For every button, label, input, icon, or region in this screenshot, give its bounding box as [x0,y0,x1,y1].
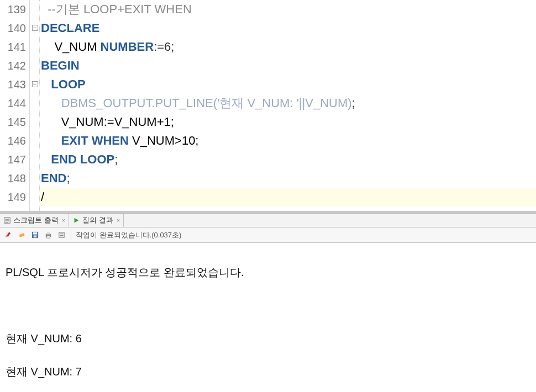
fold-marker[interactable]: − [30,19,40,38]
line-number: 142 [0,56,26,75]
code-line[interactable]: END LOOP; [40,150,536,169]
play-icon [72,216,80,224]
code-token: ||V_NUM) [299,96,352,110]
output-line: 현재 V_NUM: 7 [6,363,530,380]
code-token: DBMS_OUTPUT.PUT_LINE( [61,96,217,110]
code-token [41,152,51,166]
code-token: ; [171,40,174,54]
line-number: 139 [0,0,26,19]
code-token: END [41,171,66,185]
code-token: EXIT WHEN [61,134,129,147]
output-tab-bar: 스크립트 출력 × 질의 결과 × [0,213,536,227]
line-number: 148 [0,169,26,188]
code-token: DECLARE [41,21,99,35]
print-icon[interactable] [43,230,53,240]
code-token [41,2,48,16]
code-line[interactable]: END; [40,169,536,188]
svg-rect-10 [46,232,50,235]
code-token: LOOP [51,77,85,91]
svg-rect-5 [19,233,24,237]
tab-label: 스크립트 출력 [13,215,59,225]
code-line[interactable]: / [40,188,536,206]
save-icon[interactable] [30,230,40,240]
code-token [41,96,61,110]
line-number: 140 [0,19,26,38]
fold-column: −− [30,0,40,211]
line-number: 145 [0,113,26,131]
separator [71,230,71,240]
gutter: 139140141142143144145146147148149 [0,0,30,211]
code-token: ; [114,152,118,166]
code-token: '현재 V_NUM: ' [217,96,299,110]
eraser-icon[interactable] [17,230,27,240]
code-line[interactable]: EXIT WHEN V_NUM>10; [40,131,536,150]
line-number: 147 [0,150,26,169]
code-token: ; [66,171,70,185]
fold-marker [30,188,40,206]
status-text: 작업이 완료되었습니다.(0.037초) [76,230,181,240]
code-token: END LOOP [51,152,114,166]
fold-marker [30,56,40,75]
code-line[interactable]: DBMS_OUTPUT.PUT_LINE('현재 V_NUM: '||V_NUM… [40,94,536,113]
code-token: ; [352,96,355,110]
code-line[interactable]: V_NUM:=V_NUM+1; [40,113,536,131]
svg-rect-12 [59,232,64,237]
code-line[interactable]: LOOP [40,75,536,94]
code-token: 6 [164,40,171,54]
fold-marker [30,169,40,188]
output-line: 현재 V_NUM: 6 [6,330,530,347]
code-line[interactable]: DECLARE [40,19,536,38]
code-token: BEGIN [41,59,80,72]
tab-label: 질의 결과 [82,215,113,225]
code-editor[interactable]: 139140141142143144145146147148149 −− --기… [0,0,536,213]
line-number: 146 [0,131,26,150]
code-line[interactable]: --기본 LOOP+EXIT WHEN [40,0,536,19]
svg-marker-4 [75,218,79,223]
line-number: 149 [0,188,26,206]
script-output-icon [3,216,11,224]
tab-query-result[interactable]: 질의 결과 × [69,214,124,227]
code-token: := [154,40,164,54]
fold-marker [30,150,40,169]
script-output[interactable]: PL/SQL 프로시저가 성공적으로 완료되었습니다. 현재 V_NUM: 6 … [0,243,536,392]
line-number: 141 [0,38,26,56]
code-token: V_NUM>10; [129,134,199,147]
fold-marker [30,0,40,19]
code-column[interactable]: --기본 LOOP+EXIT WHENDECLARE V_NUM NUMBER:… [40,0,536,211]
code-token [41,77,51,91]
close-icon[interactable]: × [61,217,65,224]
code-token: V_NUM [41,40,101,54]
svg-rect-8 [33,235,36,237]
code-token: --기본 LOOP+EXIT WHEN [48,2,192,16]
pin-icon[interactable] [3,230,13,240]
fold-marker [30,113,40,131]
code-line[interactable]: V_NUM NUMBER:=6; [40,38,536,56]
code-line[interactable]: BEGIN [40,56,536,75]
close-icon[interactable]: × [115,217,120,224]
tab-script-output[interactable]: 스크립트 출력 × [0,214,69,227]
code-token: V_NUM:=V_NUM+1; [41,115,174,129]
output-line: PL/SQL 프로시저가 성공적으로 완료되었습니다. [6,264,530,280]
code-token [41,134,61,147]
buffer-icon[interactable] [56,230,66,240]
svg-rect-7 [33,232,37,235]
fold-marker [30,94,40,113]
fold-marker [30,38,40,56]
fold-marker [30,131,40,150]
line-number: 143 [0,75,26,94]
code-token: / [41,190,44,204]
svg-rect-11 [46,236,50,238]
code-token: NUMBER [101,40,154,54]
output-toolbar: 작업이 완료되었습니다.(0.037초) [0,227,536,243]
fold-marker[interactable]: − [30,75,40,94]
line-number: 144 [0,94,26,113]
